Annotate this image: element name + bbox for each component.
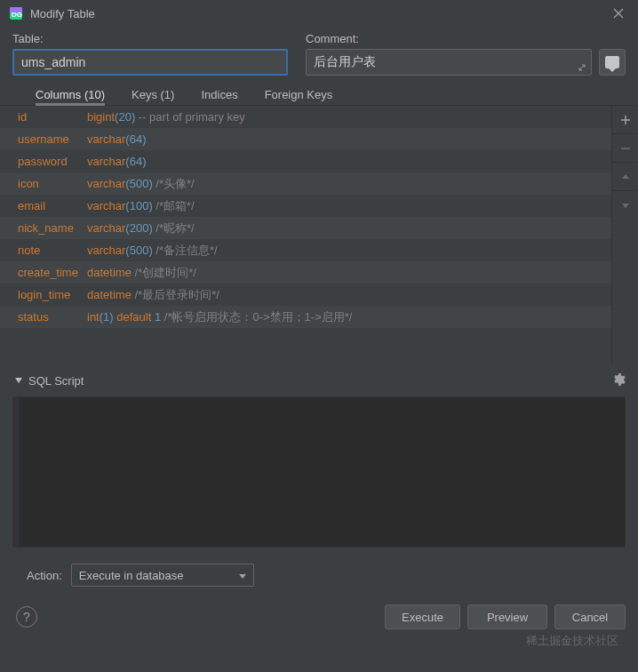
column-name: login_time <box>18 288 87 301</box>
watermark: 稀土掘金技术社区 <box>526 633 618 649</box>
column-row[interactable]: statusint(1) default 1 /*帐号启用状态：0->禁用；1-… <box>0 306 611 328</box>
close-icon[interactable] <box>608 3 629 24</box>
column-comment: /*邮箱*/ <box>153 198 195 214</box>
chat-icon <box>605 56 619 68</box>
comment-dialog-button[interactable] <box>599 49 626 76</box>
window-title: Modify Table <box>30 7 95 20</box>
move-up-button[interactable] <box>612 163 638 191</box>
column-size: 64 <box>130 155 142 168</box>
action-select[interactable]: Execute in database <box>71 564 254 587</box>
column-size: 100 <box>130 199 149 212</box>
column-row[interactable]: iconvarchar(500) /*头像*/ <box>0 172 611 195</box>
column-row[interactable]: emailvarchar(100) /*邮箱*/ <box>0 195 611 217</box>
column-row[interactable]: login_timedatetime /*最后登录时间*/ <box>0 284 611 306</box>
column-comment: /*最后登录时间*/ <box>132 287 219 303</box>
column-size: 500 <box>130 177 149 190</box>
column-name: email <box>18 199 87 212</box>
action-row: Action: Execute in database <box>0 548 638 587</box>
column-comment: /*帐号启用状态：0->禁用；1->启用*/ <box>161 309 352 325</box>
svg-text:DG: DG <box>12 11 22 19</box>
column-type: bigint <box>87 110 115 124</box>
column-comment: /*头像*/ <box>153 176 195 192</box>
column-comment: -- part of primary key <box>135 110 245 124</box>
column-type: datetime <box>87 266 132 279</box>
column-name: username <box>18 132 87 146</box>
column-row[interactable]: passwordvarchar(64) <box>0 150 611 172</box>
column-type: varchar <box>87 199 125 212</box>
tab-bar: Columns (10) Keys (1) Indices Foreign Ke… <box>0 76 638 106</box>
column-row[interactable]: nick_namevarchar(200) /*昵称*/ <box>0 217 611 239</box>
move-down-button[interactable] <box>612 191 638 220</box>
preview-button[interactable]: Preview <box>467 604 547 629</box>
column-row[interactable]: notevarchar(500) /*备注信息*/ <box>0 239 611 261</box>
column-row[interactable]: idbigint(20) -- part of primary key <box>0 106 611 128</box>
columns-list[interactable]: idbigint(20) -- part of primary keyusern… <box>0 106 611 364</box>
column-name: icon <box>18 177 87 190</box>
tab-keys[interactable]: Keys (1) <box>132 88 174 105</box>
column-row[interactable]: create_timedatetime /*创建时间*/ <box>0 261 611 284</box>
title-bar: DG Modify Table <box>0 0 638 27</box>
svg-marker-8 <box>622 174 629 179</box>
help-icon: ? <box>23 610 30 624</box>
help-button[interactable]: ? <box>16 606 37 628</box>
cancel-button[interactable]: Cancel <box>554 604 626 629</box>
column-comment: /*备注信息*/ <box>153 243 218 259</box>
column-default: default 1 <box>114 310 162 324</box>
column-size: 64 <box>130 132 142 146</box>
chevron-down-icon <box>239 569 246 582</box>
column-name: status <box>18 310 87 324</box>
tab-columns[interactable]: Columns (10) <box>36 88 105 106</box>
column-name: id <box>18 110 87 124</box>
comment-input[interactable] <box>306 49 592 76</box>
column-type: varchar <box>87 132 125 146</box>
comment-label: Comment: <box>306 32 626 45</box>
column-type: varchar <box>87 155 125 168</box>
column-name: note <box>18 244 87 257</box>
column-name: nick_name <box>18 221 87 235</box>
column-size: 20 <box>118 110 131 124</box>
sql-script-header[interactable]: SQL Script <box>0 364 638 393</box>
sql-script-textarea[interactable] <box>12 396 626 548</box>
add-column-button[interactable] <box>612 106 638 134</box>
column-size: 500 <box>130 244 149 257</box>
side-buttons <box>611 106 638 364</box>
column-type: varchar <box>87 177 125 190</box>
column-size: 200 <box>130 221 149 235</box>
remove-column-button[interactable] <box>612 134 638 163</box>
column-type: varchar <box>87 221 125 235</box>
action-select-value: Execute in database <box>79 569 184 582</box>
svg-marker-11 <box>239 574 246 579</box>
column-type: int <box>87 310 100 324</box>
column-type: datetime <box>87 288 132 301</box>
columns-area: idbigint(20) -- part of primary keyusern… <box>0 106 638 364</box>
svg-marker-9 <box>622 204 629 208</box>
column-comment: /*创建时间*/ <box>132 265 196 281</box>
table-name-input[interactable] <box>12 49 288 76</box>
svg-marker-10 <box>15 378 22 383</box>
top-inputs: Table: Comment: <box>0 27 638 76</box>
chevron-down-icon <box>14 374 23 388</box>
column-comment: /*昵称*/ <box>153 220 195 236</box>
table-label: Table: <box>12 32 288 45</box>
execute-button[interactable]: Execute <box>385 604 460 629</box>
tab-foreign-keys[interactable]: Foreign Keys <box>265 88 333 105</box>
column-name: create_time <box>18 266 87 279</box>
column-type: varchar <box>87 244 125 257</box>
column-name: password <box>18 155 87 168</box>
action-label: Action: <box>27 569 62 582</box>
tab-indices[interactable]: Indices <box>201 88 237 105</box>
sql-script-label: SQL Script <box>28 374 611 388</box>
bottom-row: ? Execute Preview Cancel <box>0 587 638 629</box>
column-row[interactable]: usernamevarchar(64) <box>0 128 611 150</box>
gear-icon[interactable] <box>611 372 626 389</box>
column-size: 1 <box>103 310 109 324</box>
app-icon: DG <box>9 6 23 20</box>
